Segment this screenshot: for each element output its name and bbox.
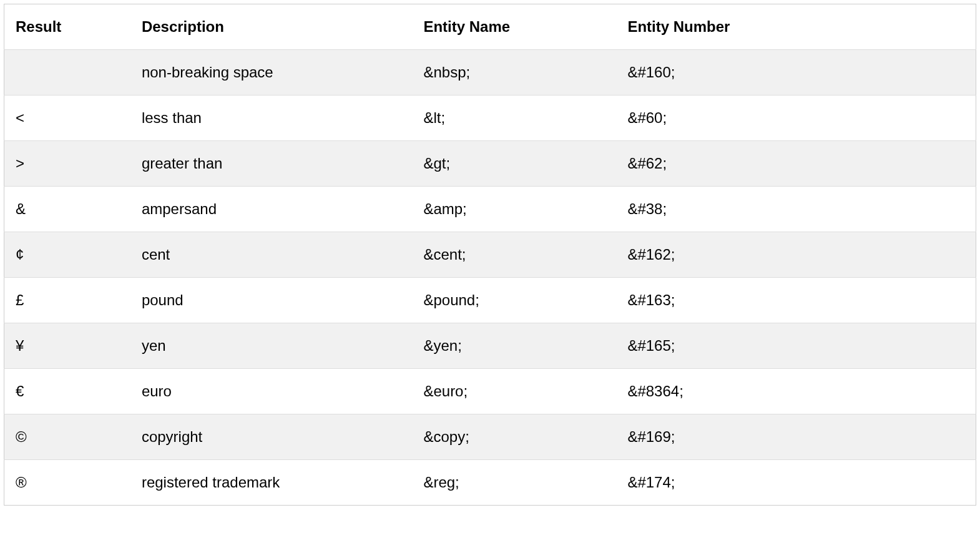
cell-description: copyright: [130, 414, 413, 460]
cell-result: ®: [4, 460, 130, 506]
header-entity-number: Entity Number: [616, 4, 976, 50]
table-header-row: Result Description Entity Name Entity Nu…: [4, 4, 976, 50]
table-row: & ampersand &amp; &#38;: [4, 187, 976, 232]
cell-result: >: [4, 141, 130, 187]
cell-result: ¢: [4, 232, 130, 278]
header-result: Result: [4, 4, 130, 50]
table-row: € euro &euro; &#8364;: [4, 369, 976, 414]
header-description: Description: [130, 4, 413, 50]
cell-entity-number: &#169;: [616, 414, 976, 460]
cell-entity-name: &cent;: [412, 232, 616, 278]
table-row: non-breaking space &nbsp; &#160;: [4, 50, 976, 95]
header-entity-name: Entity Name: [412, 4, 616, 50]
cell-entity-name: &lt;: [412, 95, 616, 141]
cell-entity-name: &euro;: [412, 369, 616, 414]
cell-description: euro: [130, 369, 413, 414]
cell-entity-number: &#60;: [616, 95, 976, 141]
cell-entity-name: &amp;: [412, 187, 616, 232]
cell-description: ampersand: [130, 187, 413, 232]
cell-result: €: [4, 369, 130, 414]
cell-entity-name: &gt;: [412, 141, 616, 187]
cell-entity-number: &#38;: [616, 187, 976, 232]
cell-description: non-breaking space: [130, 50, 413, 95]
cell-description: registered trademark: [130, 460, 413, 506]
cell-description: greater than: [130, 141, 413, 187]
cell-result: ¥: [4, 323, 130, 369]
cell-entity-name: &pound;: [412, 278, 616, 323]
table-row: © copyright &copy; &#169;: [4, 414, 976, 460]
cell-entity-number: &#160;: [616, 50, 976, 95]
cell-entity-name: &yen;: [412, 323, 616, 369]
cell-entity-name: &copy;: [412, 414, 616, 460]
cell-result: <: [4, 95, 130, 141]
cell-entity-number: &#174;: [616, 460, 976, 506]
table-row: < less than &lt; &#60;: [4, 95, 976, 141]
cell-result: ©: [4, 414, 130, 460]
table-row: £ pound &pound; &#163;: [4, 278, 976, 323]
cell-description: pound: [130, 278, 413, 323]
cell-entity-name: &nbsp;: [412, 50, 616, 95]
table-row: ¥ yen &yen; &#165;: [4, 323, 976, 369]
cell-description: yen: [130, 323, 413, 369]
cell-description: less than: [130, 95, 413, 141]
table-row: ® registered trademark &reg; &#174;: [4, 460, 976, 506]
cell-description: cent: [130, 232, 413, 278]
table-row: > greater than &gt; &#62;: [4, 141, 976, 187]
cell-entity-number: &#8364;: [616, 369, 976, 414]
cell-result: &: [4, 187, 130, 232]
cell-entity-number: &#162;: [616, 232, 976, 278]
cell-entity-name: &reg;: [412, 460, 616, 506]
cell-entity-number: &#163;: [616, 278, 976, 323]
html-entities-table: Result Description Entity Name Entity Nu…: [4, 4, 976, 506]
table-row: ¢ cent &cent; &#162;: [4, 232, 976, 278]
cell-entity-number: &#62;: [616, 141, 976, 187]
cell-entity-number: &#165;: [616, 323, 976, 369]
cell-result: [4, 50, 130, 95]
cell-result: £: [4, 278, 130, 323]
